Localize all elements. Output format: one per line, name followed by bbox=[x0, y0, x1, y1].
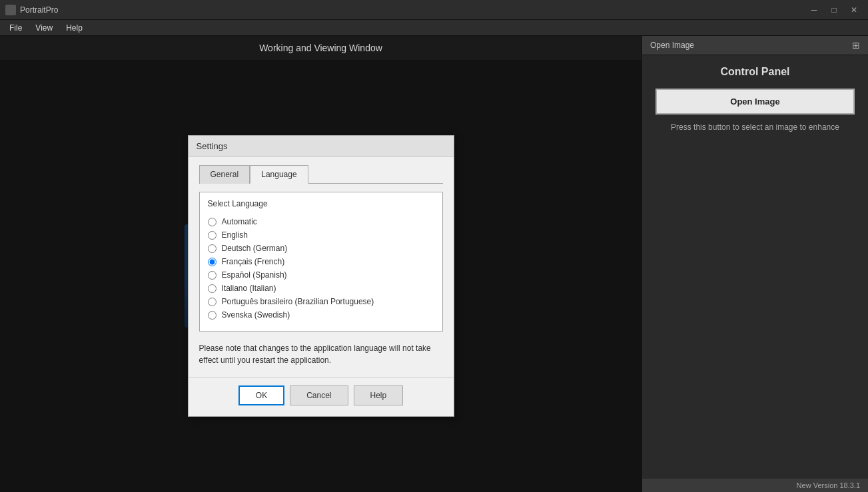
panel-header-icon: ⊞ bbox=[852, 40, 860, 51]
window-controls: ─ □ ✕ bbox=[805, 3, 863, 17]
radio-french-input[interactable] bbox=[208, 258, 217, 266]
radio-italian[interactable]: Italiano (Italian) bbox=[208, 282, 434, 295]
group-title: Select Language bbox=[208, 199, 434, 208]
radio-portuguese-label: Português brasileiro (Brazilian Portugue… bbox=[222, 297, 374, 306]
minimize-button[interactable]: ─ bbox=[805, 3, 823, 17]
radio-french[interactable]: Français (French) bbox=[208, 255, 434, 268]
working-title: Working and Viewing Window bbox=[0, 36, 642, 60]
radio-english-label: English bbox=[222, 230, 248, 240]
dialog-tabs: General Language bbox=[199, 165, 443, 184]
radio-automatic-label: Automatic bbox=[222, 217, 257, 226]
radio-swedish[interactable]: Svenska (Swedish) bbox=[208, 308, 434, 322]
radio-automatic[interactable]: Automatic bbox=[208, 215, 434, 228]
app-title: PortraitPro bbox=[20, 5, 805, 15]
radio-italian-label: Italiano (Italian) bbox=[222, 284, 276, 293]
tab-language[interactable]: Language bbox=[250, 165, 308, 184]
menu-view[interactable]: View bbox=[29, 22, 59, 34]
radio-english[interactable]: English bbox=[208, 228, 434, 242]
working-area: Working and Viewing Window Portrait bbox=[0, 36, 642, 492]
app-icon bbox=[5, 5, 16, 15]
close-button[interactable]: ✕ bbox=[845, 3, 863, 17]
radio-english-input[interactable] bbox=[208, 231, 217, 240]
help-button[interactable]: Help bbox=[354, 385, 404, 405]
radio-italian-input[interactable] bbox=[208, 284, 217, 293]
menu-file[interactable]: File bbox=[3, 22, 29, 34]
radio-portuguese[interactable]: Português brasileiro (Brazilian Portugue… bbox=[208, 295, 434, 308]
radio-spanish[interactable]: Español (Spanish) bbox=[208, 268, 434, 282]
dialog-footer: OK Cancel Help bbox=[189, 377, 454, 416]
settings-dialog: Settings General Language Select Languag… bbox=[188, 135, 454, 417]
radio-german[interactable]: Deutsch (German) bbox=[208, 242, 434, 255]
dialog-body: General Language Select Language Automat… bbox=[189, 157, 454, 377]
maximize-button[interactable]: □ bbox=[825, 3, 843, 17]
right-panel: Open Image ⊞ Control Panel Open Image Pr… bbox=[642, 36, 868, 492]
radio-swedish-label: Svenska (Swedish) bbox=[222, 310, 290, 320]
language-group: Select Language Automatic English bbox=[199, 192, 443, 332]
cancel-button[interactable]: Cancel bbox=[290, 385, 348, 405]
radio-swedish-input[interactable] bbox=[208, 311, 217, 320]
panel-description: Press this button to select an image to … bbox=[642, 123, 868, 140]
dialog-overlay: Settings General Language Select Languag… bbox=[0, 60, 642, 492]
main-area: Working and Viewing Window Portrait bbox=[0, 36, 868, 492]
version-badge: New Version 18.3.1 bbox=[642, 479, 868, 492]
panel-header: Open Image ⊞ bbox=[642, 36, 868, 55]
radio-spanish-label: Español (Spanish) bbox=[222, 270, 287, 280]
working-content: Portrait Standard anthropics technology … bbox=[0, 60, 642, 492]
titlebar: PortraitPro ─ □ ✕ bbox=[0, 0, 868, 20]
radio-german-label: Deutsch (German) bbox=[222, 244, 288, 253]
tab-general[interactable]: General bbox=[199, 165, 250, 184]
radio-german-input[interactable] bbox=[208, 244, 217, 253]
radio-french-label: Français (French) bbox=[222, 257, 285, 266]
open-image-button[interactable]: Open Image bbox=[655, 89, 855, 115]
radio-portuguese-input[interactable] bbox=[208, 298, 217, 306]
menubar: File View Help bbox=[0, 20, 868, 36]
control-panel-title: Control Panel bbox=[642, 55, 868, 89]
radio-spanish-input[interactable] bbox=[208, 271, 217, 280]
radio-automatic-input[interactable] bbox=[208, 218, 217, 226]
restart-note: Please note that changes to the applicat… bbox=[199, 340, 443, 369]
panel-header-label: Open Image bbox=[650, 41, 694, 50]
ok-button[interactable]: OK bbox=[238, 385, 284, 405]
dialog-titlebar: Settings bbox=[189, 136, 454, 157]
menu-help[interactable]: Help bbox=[59, 22, 89, 34]
